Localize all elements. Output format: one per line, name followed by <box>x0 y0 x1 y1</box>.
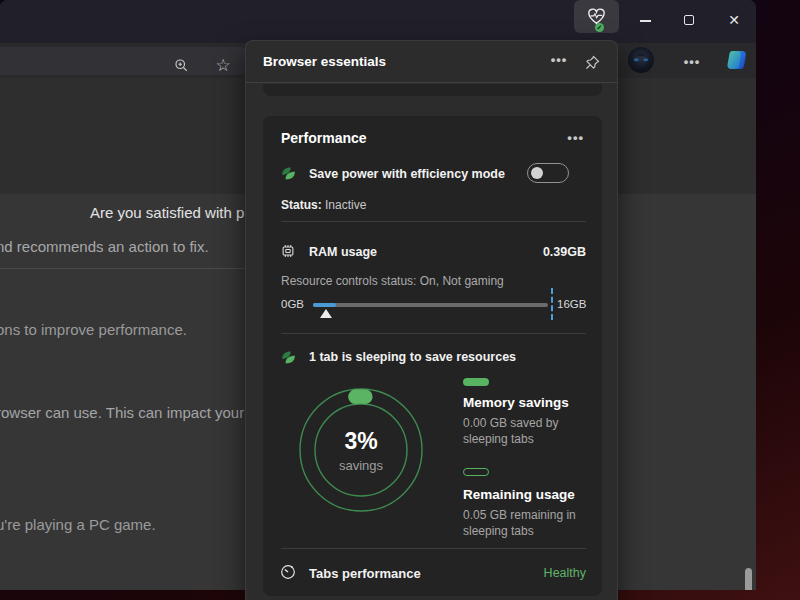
performance-section-title: Performance <box>281 130 367 146</box>
maximize-icon <box>684 15 694 25</box>
memory-savings-desc: 0.00 GB saved by sleeping tabs <box>463 415 595 447</box>
browser-essentials-panel: Browser essentials ••• Performance ••• S… <box>245 40 618 600</box>
page-text-recommends: nd recommends an action to fix. <box>0 238 209 255</box>
efficiency-mode-label: Save power with efficiency mode <box>309 167 505 181</box>
performance-card: Performance ••• Save power with efficien… <box>263 116 602 596</box>
more-horizontal-icon: ••• <box>567 130 584 145</box>
tabs-performance-status: Healthy <box>506 566 586 580</box>
sleeping-leaf-icon <box>279 348 297 366</box>
pin-icon <box>583 53 602 72</box>
panel-header: Browser essentials ••• <box>246 41 617 83</box>
heart-pulse-icon: ✓ <box>585 5 608 28</box>
more-horizontal-icon: ••• <box>551 52 568 67</box>
panel-more-button[interactable]: ••• <box>546 52 572 72</box>
copilot-icon[interactable] <box>724 47 750 73</box>
green-check-badge-icon: ✓ <box>595 23 604 32</box>
address-bar[interactable]: ☆ <box>0 47 254 75</box>
panel-title: Browser essentials <box>263 54 386 69</box>
donut-savings-label: savings <box>291 458 431 473</box>
scrolled-card-partial <box>263 84 602 96</box>
close-button[interactable]: ✕ <box>727 13 741 27</box>
memory-savings-title: Memory savings <box>463 395 569 410</box>
maximize-button[interactable] <box>682 13 696 27</box>
toggle-knob <box>531 167 543 179</box>
settings-more-button[interactable]: ••• <box>681 50 703 72</box>
more-horizontal-icon: ••• <box>684 54 701 69</box>
browser-titlebar: ✓ ✕ <box>0 0 756 43</box>
ram-capacity-dashed-line <box>551 288 553 320</box>
efficiency-leaf-icon <box>279 164 297 182</box>
ram-usage-label: RAM usage <box>309 245 377 259</box>
page-text-satisfaction: Are you satisfied with p <box>90 204 244 221</box>
memory-savings-legend-icon <box>463 378 489 386</box>
performance-more-button[interactable]: ••• <box>556 130 584 145</box>
pin-button[interactable] <box>580 50 604 74</box>
remaining-usage-legend-icon <box>463 468 489 476</box>
card-divider <box>281 221 586 222</box>
zoom-magnifier-icon[interactable] <box>170 54 192 76</box>
tabs-performance-label: Tabs performance <box>309 566 421 581</box>
ram-chip-icon <box>279 242 297 260</box>
donut-percent-value: 3% <box>291 428 431 455</box>
ram-slider-fill <box>313 303 336 307</box>
ram-usage-value: 0.39GB <box>496 245 586 259</box>
efficiency-mode-toggle[interactable] <box>527 163 569 183</box>
card-divider <box>281 333 586 334</box>
page-scrollbar-thumb[interactable] <box>745 568 752 590</box>
ram-slider-marker[interactable] <box>320 309 332 318</box>
profile-avatar[interactable] <box>628 47 654 73</box>
favorites-star-icon[interactable]: ☆ <box>212 54 234 76</box>
page-text-improve: ons to improve performance. <box>0 321 187 338</box>
efficiency-status: Status: Inactive <box>281 198 366 212</box>
page-divider <box>0 268 246 269</box>
minimize-icon <box>640 20 651 22</box>
ram-slider-track[interactable] <box>313 303 548 307</box>
status-value: Inactive <box>322 198 367 212</box>
minimize-button[interactable] <box>638 14 652 28</box>
remaining-usage-desc: 0.05 GB remaining in sleeping tabs <box>463 507 595 539</box>
page-text-pcgame: u're playing a PC game. <box>0 516 156 533</box>
remaining-usage-title: Remaining usage <box>463 487 575 502</box>
close-icon: ✕ <box>728 13 740 27</box>
gauge-icon <box>279 563 297 581</box>
slider-min-label: 0GB <box>281 298 304 310</box>
browser-essentials-button[interactable]: ✓ <box>574 0 619 33</box>
page-text-impact: rowser can use. This can impact your bro <box>0 404 270 421</box>
sleeping-tabs-headline: 1 tab is sleeping to save resources <box>309 350 516 364</box>
status-label: Status: <box>281 198 322 212</box>
slider-max-label: 16GB <box>557 298 586 310</box>
card-divider <box>281 548 586 549</box>
resource-controls-status: Resource controls status: On, Not gaming <box>281 274 504 288</box>
